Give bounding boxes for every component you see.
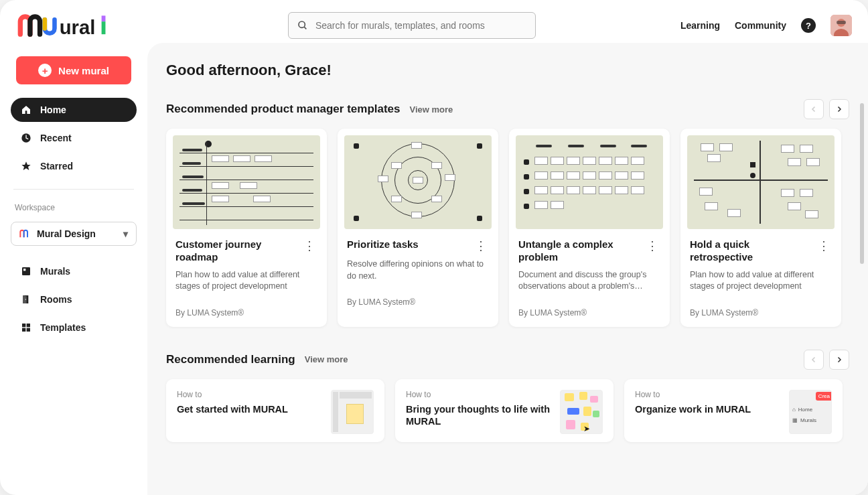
sidebar-item-rooms[interactable]: Rooms	[11, 287, 137, 311]
template-thumbnail	[344, 135, 492, 229]
chevron-down-icon: ▾	[123, 228, 128, 239]
template-title: Customer journey roadmap	[175, 238, 297, 264]
svg-rect-2	[102, 21, 106, 34]
sidebar-item-starred[interactable]: Starred	[11, 154, 137, 178]
howto-label: How to	[406, 390, 553, 399]
learning-section-header: Recommended learning View more	[166, 350, 849, 370]
template-desc: Plan how to add value at different stage…	[175, 269, 317, 299]
svg-rect-11	[23, 269, 25, 271]
top-links: Learning Community ?	[680, 15, 852, 36]
template-author: By LUMA System®	[347, 297, 489, 307]
new-mural-label: New mural	[58, 65, 109, 76]
template-title: Untangle a complex problem	[518, 238, 640, 264]
learning-card[interactable]: How to Bring your thoughts to life with …	[395, 379, 613, 442]
search-icon	[297, 19, 309, 31]
template-title: Hold a quick retrospective	[690, 238, 811, 264]
sidebar-item-murals[interactable]: Murals	[11, 259, 137, 283]
sidebar-item-home[interactable]: Home	[11, 98, 137, 122]
learning-view-more[interactable]: View more	[305, 354, 348, 364]
learning-thumbnail: Crea ⌂Home ▦Murals	[789, 390, 832, 434]
howto-label: How to	[177, 390, 324, 399]
svg-line-4	[304, 27, 306, 29]
template-title: Prioritize tasks	[347, 238, 468, 251]
app-window: ural Learning Community ?	[0, 0, 868, 495]
workspace-selector[interactable]: Mural Design ▾	[11, 222, 137, 246]
template-desc: Document and discuss the group's observa…	[518, 269, 660, 299]
learning-prev-button[interactable]	[804, 350, 824, 370]
templates-section-header: Recommended product manager templates Vi…	[166, 99, 849, 119]
svg-text:ural: ural	[60, 17, 96, 38]
nav-community[interactable]: Community	[735, 20, 786, 31]
template-thumbnail	[173, 135, 320, 229]
svg-point-14	[25, 299, 26, 299]
template-card[interactable]: Hold a quick retrospective ⋮ Plan how to…	[680, 129, 841, 327]
learning-cards: How to Get started with MURAL How to Bri…	[166, 379, 849, 442]
workspace-logo-icon	[19, 228, 30, 239]
door-icon	[20, 293, 32, 305]
template-card[interactable]: Customer journey roadmap ⋮ Plan how to a…	[166, 129, 327, 327]
templates-icon	[20, 322, 32, 334]
template-desc: Resolve differing opinions on what to do…	[347, 259, 489, 288]
search-box[interactable]	[288, 12, 536, 39]
clock-icon	[20, 132, 32, 144]
home-icon	[20, 104, 32, 116]
template-author: By LUMA System®	[518, 308, 660, 317]
user-avatar[interactable]	[830, 15, 852, 36]
new-mural-button[interactable]: + New mural	[16, 56, 131, 84]
template-card[interactable]: Prioritize tasks ⋮ Resolve differing opi…	[338, 129, 498, 327]
plus-icon: +	[38, 64, 52, 77]
sidebar-item-templates[interactable]: Templates	[11, 315, 137, 340]
svg-rect-8	[837, 21, 846, 24]
svg-rect-17	[22, 328, 25, 332]
template-author: By LUMA System®	[690, 308, 832, 317]
topbar: ural Learning Community ?	[0, 0, 868, 43]
learning-card[interactable]: How to Get started with MURAL	[166, 379, 384, 442]
kebab-icon[interactable]: ⋮	[644, 238, 660, 253]
learning-thumbnail: ➤	[560, 390, 603, 434]
nav-learning[interactable]: Learning	[680, 20, 720, 31]
kebab-icon[interactable]: ⋮	[472, 238, 489, 253]
learning-title: Organize work in MURAL	[635, 403, 782, 416]
mural-logo[interactable]: ural	[16, 13, 143, 38]
svg-rect-1	[102, 15, 106, 21]
main-content: Good afternoon, Grace! Recommended produ…	[147, 43, 868, 495]
kebab-icon[interactable]: ⋮	[301, 238, 317, 253]
learning-title: Get started with MURAL	[177, 403, 324, 416]
learning-card[interactable]: How to Organize work in MURAL Crea ⌂Home…	[624, 379, 843, 442]
svg-point-3	[299, 21, 305, 27]
kebab-icon[interactable]: ⋮	[815, 238, 832, 253]
learning-next-button[interactable]	[829, 350, 849, 370]
templates-next-button[interactable]	[829, 99, 849, 119]
scrollbar[interactable]	[860, 103, 864, 495]
help-button[interactable]: ?	[801, 18, 816, 33]
svg-rect-18	[27, 328, 30, 332]
sidebar-item-recent[interactable]: Recent	[11, 126, 137, 150]
workspace-heading: Workspace	[11, 200, 137, 218]
template-author: By LUMA System®	[175, 308, 317, 317]
learning-title: Bring your thoughts to life with MURAL	[406, 403, 553, 429]
templates-prev-button[interactable]	[804, 99, 824, 119]
templates-view-more[interactable]: View more	[410, 104, 453, 115]
template-card[interactable]: /*rows of labels drawn below via loop-is…	[509, 129, 670, 327]
star-icon	[20, 160, 32, 172]
template-thumbnail	[687, 135, 835, 229]
howto-label: How to	[635, 390, 782, 399]
learning-thumbnail	[331, 390, 374, 434]
template-thumbnail: /*rows of labels drawn below via loop-is…	[516, 135, 663, 229]
murals-icon	[20, 265, 32, 277]
sidebar: + New mural Home Recent Starred	[0, 43, 147, 495]
search-input[interactable]	[315, 20, 527, 31]
svg-rect-16	[27, 324, 30, 327]
svg-rect-15	[22, 324, 25, 327]
svg-rect-10	[22, 267, 30, 275]
greeting: Good afternoon, Grace!	[166, 62, 849, 79]
template-desc: Plan how to add value at different stage…	[690, 269, 832, 299]
template-cards: Customer journey roadmap ⋮ Plan how to a…	[166, 129, 849, 327]
